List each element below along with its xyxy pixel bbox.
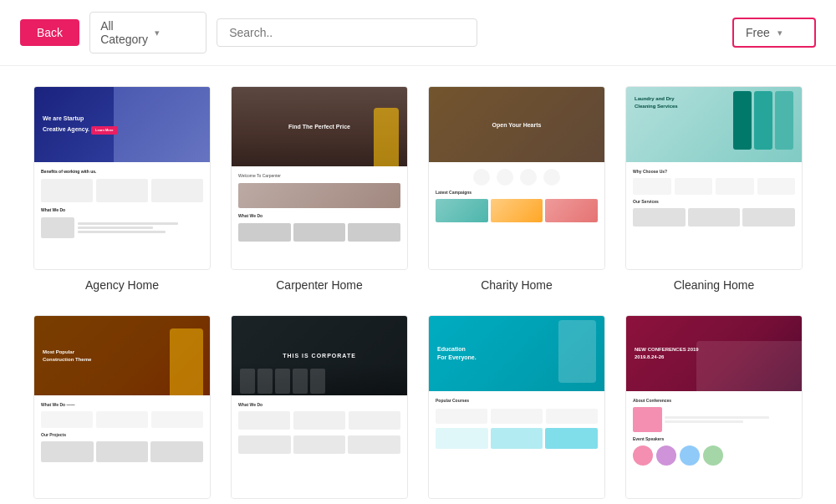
template-card-construction-home[interactable]: Most PopularConstruction Theme What We D…	[33, 315, 211, 504]
template-label: Carpenter Home	[231, 278, 408, 292]
template-thumbnail: Open Your Hearts Latest Campaigns	[428, 86, 605, 270]
template-thumbnail: EducationFor Everyone. Popular Courses	[428, 315, 605, 499]
chevron-down-icon: ▾	[777, 28, 803, 38]
template-label: Charity Home	[428, 278, 605, 292]
back-button[interactable]: Back	[20, 19, 79, 46]
template-card-carpenter-home[interactable]: Find The Perfect Price Welcome To Carpen…	[231, 86, 408, 292]
template-card-corporate-home[interactable]: THIS IS CORPORATE What We Do	[231, 315, 408, 504]
category-label: All Category	[100, 19, 148, 46]
template-card-event-home[interactable]: NEW CONFERENCES 20192019.8.24-26 About C…	[625, 315, 803, 504]
free-dropdown[interactable]: Free ▾	[732, 18, 816, 48]
template-label: Agency Home	[33, 278, 211, 292]
template-grid: We are StartupCreative Agency. Learn Mor…	[0, 66, 836, 504]
template-card-cleaning-home[interactable]: Laundry and DryCleaning Services Why Cho…	[625, 86, 803, 292]
category-dropdown[interactable]: All Category ▾	[89, 12, 206, 53]
chevron-down-icon: ▾	[155, 28, 196, 38]
free-label: Free	[746, 26, 771, 39]
template-thumbnail: NEW CONFERENCES 20192019.8.24-26 About C…	[625, 315, 803, 499]
template-thumbnail: THIS IS CORPORATE What We Do	[231, 315, 408, 499]
template-card-charity-home[interactable]: Open Your Hearts Latest Campaigns Charit…	[428, 86, 605, 292]
toolbar: Back All Category ▾ Free ▾	[0, 0, 836, 66]
template-thumbnail: Find The Perfect Price Welcome To Carpen…	[231, 86, 408, 270]
template-thumbnail: We are StartupCreative Agency. Learn Mor…	[33, 86, 211, 270]
search-input[interactable]	[217, 18, 477, 47]
template-thumbnail: Laundry and DryCleaning Services Why Cho…	[625, 86, 803, 270]
template-thumbnail: Most PopularConstruction Theme What We D…	[33, 315, 211, 499]
template-card-agency-home[interactable]: We are StartupCreative Agency. Learn Mor…	[33, 86, 211, 292]
template-label: Cleaning Home	[625, 278, 803, 292]
template-card-education-home[interactable]: EducationFor Everyone. Popular Courses E…	[428, 315, 605, 504]
